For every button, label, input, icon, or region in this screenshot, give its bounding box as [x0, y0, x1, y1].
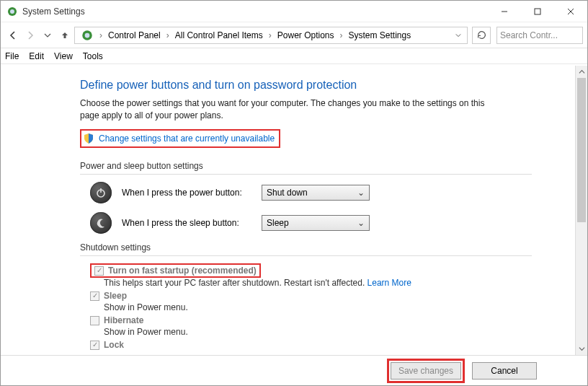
address-bar[interactable]: › Control Panel › All Control Panel Item…	[74, 27, 468, 44]
fast-startup-desc: This helps start your PC faster after sh…	[104, 278, 532, 288]
svg-point-1	[10, 9, 14, 14]
crumb-power-options[interactable]: Power Options	[275, 30, 337, 40]
refresh-button[interactable]	[472, 27, 491, 44]
power-button-label: When I press the power button:	[122, 188, 251, 198]
menubar: File Edit View Tools	[1, 48, 587, 64]
page-description: Choose the power settings that you want …	[80, 97, 498, 122]
sleep-option-label: Sleep	[104, 291, 127, 301]
svg-rect-3	[535, 9, 540, 14]
power-button-value: Shut down	[267, 188, 308, 198]
chevron-down-icon: ⌄	[357, 218, 365, 228]
minimize-button[interactable]	[488, 1, 521, 22]
learn-more-link[interactable]: Learn More	[368, 278, 411, 288]
power-icon	[90, 182, 112, 203]
change-settings-highlight: Change settings that are currently unava…	[80, 129, 280, 148]
crumb-control-panel[interactable]: Control Panel	[105, 30, 164, 40]
lock-checkbox[interactable]	[90, 341, 99, 350]
chevron-right-icon: ›	[267, 30, 273, 40]
lock-option-label: Lock	[104, 340, 124, 350]
hibernate-option-label: Hibernate	[104, 315, 143, 325]
divider	[80, 255, 532, 256]
chevron-right-icon: ›	[165, 30, 171, 40]
scroll-thumb[interactable]	[577, 78, 586, 222]
svg-point-7	[85, 32, 90, 38]
sleep-button-value: Sleep	[267, 218, 289, 228]
scroll-down-icon[interactable]	[576, 343, 587, 355]
chevron-right-icon: ›	[338, 30, 344, 40]
titlebar: System Settings	[1, 1, 587, 22]
save-highlight: Save changes	[387, 359, 465, 383]
fast-startup-highlight: Turn on fast startup (recommended)	[90, 263, 261, 278]
crumb-all-items[interactable]: All Control Panel Items	[172, 30, 266, 40]
cancel-button[interactable]: Cancel	[472, 362, 537, 380]
menu-edit[interactable]: Edit	[29, 51, 44, 61]
sleep-icon	[90, 212, 112, 234]
crumb-system-settings[interactable]: System Settings	[345, 30, 414, 40]
divider	[80, 174, 532, 175]
menu-file[interactable]: File	[5, 51, 19, 61]
search-placeholder: Search Contr...	[500, 30, 558, 40]
chevron-right-icon: ›	[98, 30, 104, 40]
footer: Save changes Cancel	[1, 355, 587, 385]
change-settings-link[interactable]: Change settings that are currently unava…	[99, 133, 275, 144]
menu-view[interactable]: View	[54, 51, 73, 61]
page-title: Define power buttons and turn on passwor…	[80, 79, 532, 92]
sleep-checkbox[interactable]	[90, 291, 99, 301]
fast-startup-label: Turn on fast startup (recommended)	[108, 266, 257, 276]
maximize-button[interactable]	[521, 1, 554, 22]
sleep-option-desc: Show in Power menu.	[104, 302, 532, 312]
sleep-button-select[interactable]: Sleep ⌄	[262, 215, 370, 231]
address-icon	[81, 29, 94, 42]
forward-button[interactable]	[22, 27, 38, 43]
scroll-up-icon[interactable]	[576, 66, 587, 78]
hibernate-checkbox[interactable]	[90, 316, 99, 325]
power-button-select[interactable]: Shut down ⌄	[262, 185, 370, 201]
shutdown-section-header: Shutdown settings	[80, 242, 532, 253]
menu-tools[interactable]: Tools	[83, 51, 103, 61]
close-button[interactable]	[554, 1, 587, 22]
sleep-button-label: When I press the sleep button:	[122, 218, 251, 228]
save-button[interactable]: Save changes	[391, 362, 461, 380]
chevron-down-icon: ⌄	[357, 188, 365, 198]
navbar: › Control Panel › All Control Panel Item…	[1, 22, 587, 48]
back-button[interactable]	[5, 27, 21, 43]
content-pane: Define power buttons and turn on passwor…	[1, 66, 575, 355]
vertical-scrollbar[interactable]	[575, 66, 587, 355]
window-title: System Settings	[22, 6, 488, 17]
power-section-header: Power and sleep button settings	[80, 161, 532, 171]
search-input[interactable]: Search Contr...	[496, 27, 583, 44]
hibernate-option-desc: Show in Power menu.	[104, 327, 532, 337]
app-icon	[6, 6, 18, 17]
shield-icon	[83, 133, 94, 144]
address-dropdown[interactable]	[453, 30, 464, 40]
up-button[interactable]	[57, 27, 73, 43]
fast-startup-checkbox[interactable]	[94, 266, 104, 276]
recent-dropdown[interactable]	[40, 27, 55, 43]
